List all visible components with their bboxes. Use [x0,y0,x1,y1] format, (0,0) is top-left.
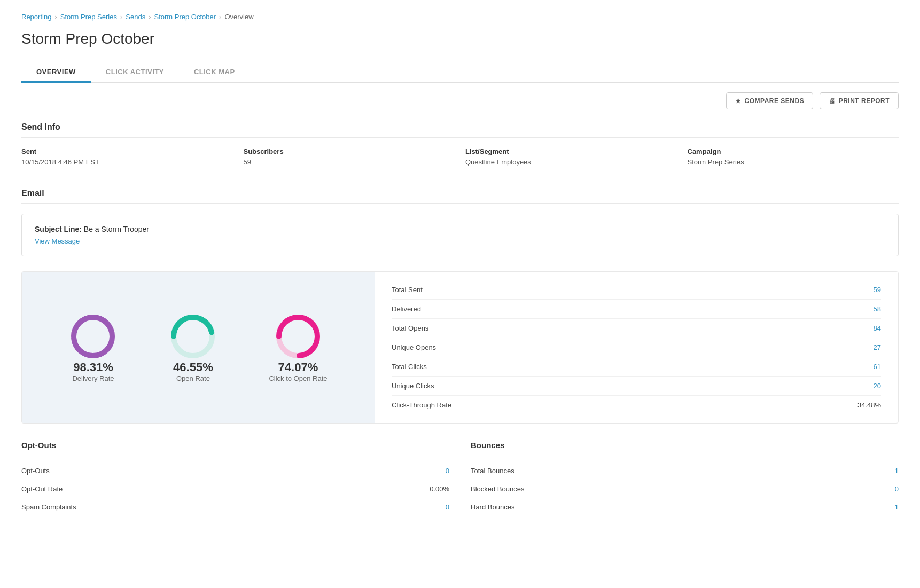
donut-percentage: 46.55% [173,360,213,374]
stat-value[interactable]: 59 [874,286,881,294]
campaign-label: Campaign [688,147,899,155]
opt-out-value[interactable]: 0 [446,503,449,511]
donut-svg [69,312,117,360]
stat-name: Delivered [392,305,421,313]
subject-value: Be a Storm Trooper [84,225,149,233]
opt-out-value: 0.00% [430,485,449,493]
subject-label: Subject Line: [35,225,82,233]
opt-out-row: Opt-Out Rate 0.00% [21,480,449,498]
subject-line: Subject Line: Be a Storm Trooper [35,225,885,233]
sent-value: 10/15/2018 4:46 PM EST [21,158,99,166]
page-title: Storm Prep October [21,30,899,48]
stat-name: Unique Opens [392,343,436,351]
print-report-button[interactable]: 🖨 PRINT REPORT [820,92,899,109]
bounce-row: Total Bounces 1 [471,462,899,480]
compare-sends-button[interactable]: ★ COMPARE SENDS [726,92,813,109]
stat-row: Delivered 58 [392,300,881,319]
send-info-grid: Sent 10/15/2018 4:46 PM EST Subscribers … [21,147,899,166]
breadcrumb-sends[interactable]: Sends [126,13,145,21]
opt-out-row: Opt-Outs 0 [21,462,449,480]
bounce-value[interactable]: 1 [895,503,899,511]
bounce-name: Blocked Bounces [471,485,524,493]
page-container: Reporting › Storm Prep Series › Sends › … [0,0,920,529]
bounces-title: Bounces [471,441,899,454]
stat-row: Unique Opens 27 [392,338,881,357]
breadcrumb-storm-prep-october[interactable]: Storm Prep October [154,13,216,21]
donut-label: Delivery Rate [72,374,114,382]
bottom-section: Opt-Outs Opt-Outs 0 Opt-Out Rate 0.00% S… [21,441,899,516]
campaign-value: Storm Prep Series [688,158,744,166]
campaign-info: Campaign Storm Prep Series [688,147,899,166]
stat-value[interactable]: 58 [874,305,881,313]
stat-row: Unique Clicks 20 [392,377,881,396]
bounce-row: Hard Bounces 1 [471,498,899,516]
breadcrumb-overview: Overview [224,13,253,21]
bounce-value[interactable]: 0 [895,485,899,493]
opt-out-name: Opt-Outs [21,467,50,475]
stats-section: 98.31% Delivery Rate 46.55% Open Rate 74… [21,271,899,424]
stat-row: Click-Through Rate 34.48% [392,396,881,414]
breadcrumb: Reporting › Storm Prep Series › Sends › … [21,13,899,21]
bounce-name: Total Bounces [471,467,514,475]
sent-label: Sent [21,147,233,155]
list-segment-info: List/Segment Questline Employees [465,147,677,166]
view-message-link[interactable]: View Message [35,237,80,245]
email-box: Subject Line: Be a Storm Trooper View Me… [21,214,899,256]
stat-name: Total Opens [392,324,428,332]
sent-info: Sent 10/15/2018 4:46 PM EST [21,147,233,166]
opt-outs-title: Opt-Outs [21,441,449,454]
toolbar: ★ COMPARE SENDS 🖨 PRINT REPORT [21,83,899,115]
breadcrumb-sep-2: › [120,13,122,21]
stat-value[interactable]: 61 [874,363,881,371]
stat-value[interactable]: 27 [874,343,881,351]
email-title: Email [21,181,899,204]
bounce-name: Hard Bounces [471,503,514,511]
breadcrumb-sep-1: › [54,13,57,21]
donut-label: Open Rate [173,374,213,382]
donut-svg [274,312,322,360]
stat-row: Total Sent 59 [392,280,881,300]
bounces-card: Bounces Total Bounces 1 Blocked Bounces … [471,441,899,516]
stats-list: Total Sent 59 Delivered 58 Total Opens 8… [375,272,898,423]
opt-out-name: Spam Complaints [21,503,76,511]
opt-outs-card: Opt-Outs Opt-Outs 0 Opt-Out Rate 0.00% S… [21,441,449,516]
stat-name: Total Sent [392,286,423,294]
stat-row: Total Clicks 61 [392,357,881,377]
print-report-label: PRINT REPORT [839,97,890,105]
tab-click-activity[interactable]: CLICK ACTIVITY [91,62,179,83]
list-segment-label: List/Segment [465,147,677,155]
donut-svg [169,312,217,360]
bounce-value[interactable]: 1 [895,467,899,475]
breadcrumb-sep-4: › [219,13,221,21]
stat-row: Total Opens 84 [392,319,881,338]
subscribers-label: Subscribers [244,147,455,155]
bounce-row: Blocked Bounces 0 [471,480,899,498]
donut-panel: 98.31% Delivery Rate 46.55% Open Rate 74… [22,272,375,423]
donut-item: 46.55% Open Rate [169,312,217,382]
list-segment-value: Questline Employees [465,158,531,166]
stat-name: Click-Through Rate [392,401,451,409]
breadcrumb-sep-3: › [149,13,151,21]
star-icon: ★ [735,97,742,105]
donut-percentage: 98.31% [72,360,114,374]
donut-item: 74.07% Click to Open Rate [269,312,327,382]
stat-name: Total Clicks [392,363,427,371]
subscribers-info: Subscribers 59 [244,147,455,166]
subscribers-value: 59 [244,158,251,166]
send-info-title: Send Info [21,115,899,138]
breadcrumb-storm-prep-series[interactable]: Storm Prep Series [60,13,117,21]
stat-value[interactable]: 20 [874,382,881,390]
stat-value: 34.48% [857,401,881,409]
tabs-container: OVERVIEW CLICK ACTIVITY CLICK MAP [21,62,899,83]
donut-item: 98.31% Delivery Rate [69,312,117,382]
compare-sends-label: COMPARE SENDS [745,97,805,105]
stat-value[interactable]: 84 [874,324,881,332]
opt-out-name: Opt-Out Rate [21,485,63,493]
svg-point-1 [74,317,112,356]
stat-name: Unique Clicks [392,382,434,390]
print-icon: 🖨 [829,97,836,105]
opt-out-value[interactable]: 0 [446,467,449,475]
tab-click-map[interactable]: CLICK MAP [179,62,250,83]
tab-overview[interactable]: OVERVIEW [21,62,91,83]
breadcrumb-reporting[interactable]: Reporting [21,13,51,21]
